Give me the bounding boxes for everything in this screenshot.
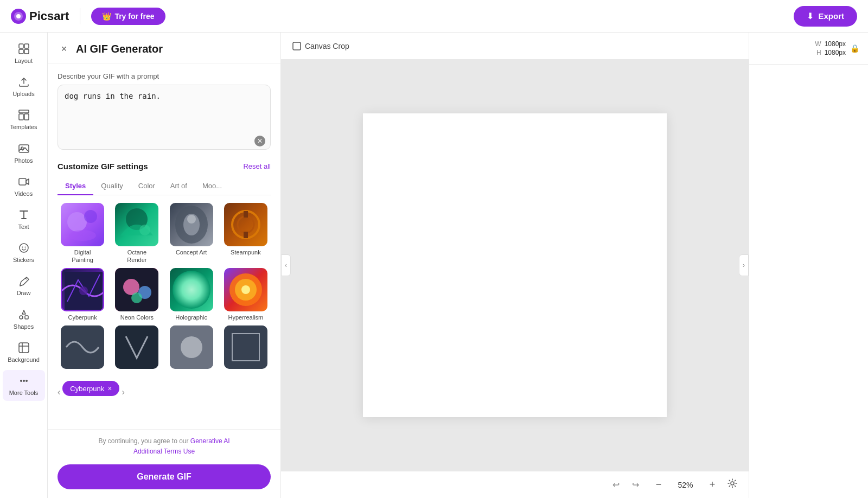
sidebar-videos-label: Videos [15,190,33,197]
sidebar-item-more-tools[interactable]: More Tools [3,370,45,401]
customize-header: Customize GIF settings Reset all [58,162,271,171]
tag-remove-button[interactable]: × [107,384,112,393]
style-thumb-neon [115,268,158,311]
style-thumb-concept [170,203,213,246]
undo-button[interactable]: ↩ [607,476,624,494]
style-holographic[interactable]: Holographic [167,268,216,321]
sidebar-item-photos[interactable]: Photos [3,138,45,169]
style-bw1[interactable] [58,325,107,371]
sidebar-item-background[interactable]: Background [3,337,45,368]
prompt-textarea[interactable]: dog runs in the rain. [58,85,271,150]
svg-point-24 [69,230,96,241]
bottom-bar: ↩ ↪ − 52% + [281,471,749,498]
panel-close-button[interactable]: × [58,42,71,55]
tab-art-of[interactable]: Art of [163,177,195,195]
style-digital-painting[interactable]: DigitalPainting [58,203,107,264]
canvas-area: Canvas Crop ‹ › ↩ ↪ − 52% + [281,33,749,498]
collapse-right-button[interactable]: › [739,254,749,276]
sidebar-item-draw[interactable]: Draw [3,270,45,301]
svg-rect-4 [24,44,29,48]
style-bw2[interactable] [112,325,162,371]
style-bw4[interactable] [221,325,271,371]
templates-icon [17,108,30,122]
prompt-wrapper: dog runs in the rain. ✕ [58,85,271,152]
sidebar-item-shapes[interactable]: Shapes [3,304,45,335]
settings-button[interactable] [727,478,738,491]
svg-rect-9 [24,114,29,120]
selected-tags: Cyberpunk × [62,379,119,398]
svg-rect-8 [19,114,23,120]
style-thumb-bw1 [61,325,104,369]
lock-icon: 🔒 [850,44,859,53]
svg-point-43 [241,285,250,294]
prompt-label: Describe your GIF with a prompt [58,72,271,80]
svg-rect-6 [24,49,29,54]
style-name-neon: Neon Colors [120,314,154,321]
style-hyperrealism[interactable]: Hyperrealism [221,268,271,321]
sidebar-text-label: Text [18,224,29,231]
zoom-in-button[interactable]: + [704,477,720,493]
tab-color[interactable]: Color [131,177,163,195]
panel-scroll-area: Describe your GIF with a prompt dog runs… [48,63,280,429]
width-value: 1080px [825,40,846,48]
sidebar-more-tools-label: More Tools [9,390,39,397]
style-octane-render[interactable]: OctaneRender [112,203,162,264]
tab-quality[interactable]: Quality [93,177,130,195]
style-concept-art[interactable]: Concept Art [167,203,216,264]
svg-point-21 [25,380,28,382]
svg-point-2 [16,14,21,18]
tab-styles[interactable]: Styles [58,177,93,195]
style-cyberpunk[interactable]: Cyberpunk [58,268,107,321]
header-left: Picsart 👑 Try for free [11,8,165,25]
logo: Picsart [11,9,69,24]
tag-cyberpunk[interactable]: Cyberpunk × [62,381,119,396]
canvas-dimensions: W 1080px H 1080px [758,40,846,56]
svg-point-16 [20,316,23,319]
zoom-out-button[interactable]: − [650,477,667,493]
try-for-free-button[interactable]: 👑 Try for free [91,8,165,25]
crop-icon [292,41,302,51]
height-label: H [816,49,821,56]
sidebar-item-videos[interactable]: Videos [3,171,45,202]
style-name-concept: Concept Art [176,248,207,256]
sidebar-item-templates[interactable]: Templates [3,104,45,135]
sidebar-shapes-label: Shapes [14,323,34,330]
sidebar-stickers-label: Stickers [13,257,34,264]
sidebar-item-layout[interactable]: Layout [3,38,45,69]
scroll-right-button[interactable]: › [122,387,124,397]
canvas-crop-button[interactable]: Canvas Crop [292,41,349,51]
prompt-clear-button[interactable]: ✕ [254,136,265,146]
style-steampunk[interactable]: Steampunk [221,203,271,264]
logo-text: Picsart [29,9,69,23]
sidebar-item-uploads[interactable]: Uploads [3,71,45,102]
svg-point-51 [731,482,734,485]
sidebar-photos-label: Photos [14,157,33,164]
header: Picsart 👑 Try for free ⬇ Export [0,0,868,33]
svg-point-23 [84,210,97,223]
generate-gif-button[interactable]: Generate GIF [58,464,271,489]
style-bw3[interactable] [167,325,216,371]
uploads-icon [17,75,30,88]
tags-row: ‹ Cyberpunk × › [58,379,271,406]
canvas-toolbar: Canvas Crop [281,33,749,60]
style-name-digital: DigitalPainting [72,248,93,264]
reset-all-button[interactable]: Reset all [243,162,271,170]
ai-gif-panel: × AI GIF Generator Describe your GIF wit… [48,33,281,498]
sidebar-templates-label: Templates [10,124,37,131]
style-name-octane: OctaneRender [127,248,146,264]
collapse-left-button[interactable]: ‹ [281,254,291,276]
svg-point-39 [131,292,142,303]
sidebar-item-stickers[interactable]: Stickers [3,237,45,268]
svg-point-22 [67,212,87,232]
style-thumb-cyberpunk [61,268,104,311]
style-neon-colors[interactable]: Neon Colors [112,268,162,321]
svg-point-15 [24,247,25,248]
right-panel: W 1080px H 1080px 🔒 [749,33,868,498]
layout-icon [17,42,30,55]
sidebar-item-text[interactable]: Text [3,204,45,235]
tab-mood[interactable]: Moo... [195,177,229,195]
scroll-left-button[interactable]: ‹ [58,387,60,397]
crown-icon: 👑 [102,12,111,21]
export-button[interactable]: ⬇ Export [794,6,857,27]
redo-button[interactable]: ↪ [627,476,644,494]
